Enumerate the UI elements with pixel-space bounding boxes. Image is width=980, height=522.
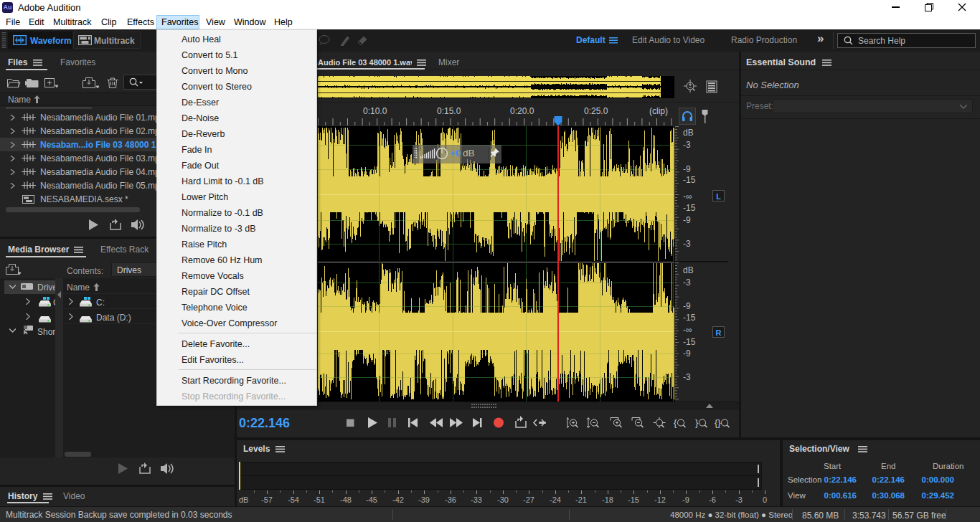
svg-text:}: } — [695, 417, 699, 428]
svg-text:{}: {} — [715, 417, 721, 428]
svg-text:{: { — [674, 417, 677, 428]
